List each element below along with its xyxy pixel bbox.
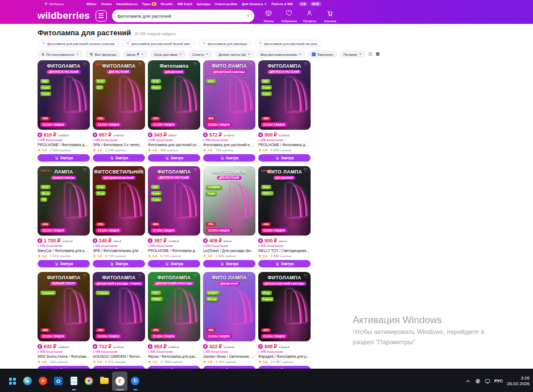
top-link[interactable]: Отели: [101, 2, 111, 6]
wallet-note: с WB Кошельком: [258, 350, 311, 353]
filter-chip[interactable]: Цена, ₽▼: [123, 50, 148, 58]
top-link[interactable]: Ресейл: [161, 2, 173, 6]
taskbar-app-yandex-browser[interactable]: Y: [112, 372, 127, 391]
suggestion-chip[interactable]: фитолампа для растений белый свет: [122, 40, 195, 47]
wildberries-logo[interactable]: wildberries: [38, 10, 90, 22]
product-card[interactable]: ФИТОЛАМПАполного спектра30 Вт90 смУФ♡-64…: [38, 166, 90, 267]
product-card[interactable]: ФИТОЛАМПАДЛЯ РОСТА РАСТЕНИЙ36Вт9 реж.3 р…: [258, 60, 311, 162]
favorite-icon[interactable]: ♡: [193, 168, 197, 173]
product-price: 240 ₽: [99, 238, 111, 244]
product-card[interactable]: ЭРАФИТОЛАМПАДЛЯ РАСТЕНИЙ30 ВтE27♡-56%СЕЗ…: [93, 60, 145, 162]
favorite-icon[interactable]: ♡: [138, 274, 142, 279]
buy-button[interactable]: Завтра: [203, 154, 255, 162]
taskbar-app-outlook[interactable]: O: [51, 372, 66, 391]
suggestion-chip[interactable]: фитолампа для растений на окно: [254, 40, 322, 47]
product-card[interactable]: ФИТОЛАМПАПОЛНЫЙ СПЕКТР3 режима♡-60%СЕЗОН…: [38, 272, 90, 373]
buy-button[interactable]: Завтра: [148, 154, 200, 162]
header-action-profile[interactable]: Профиль: [301, 9, 318, 23]
favorite-icon[interactable]: ♡: [249, 274, 253, 279]
wallet-balance-badge[interactable]: 0 ₽: [299, 2, 308, 6]
favorite-icon[interactable]: ♡: [193, 274, 197, 279]
top-link[interactable]: Работа в WB: [271, 2, 293, 6]
top-link[interactable]: Новостройки: [215, 2, 237, 6]
buy-button[interactable]: Завтра: [203, 260, 255, 267]
network-offline-icon[interactable]: [475, 378, 481, 384]
product-card[interactable]: ФИТОЛАМПАдля растений и рассады · 4 ламп…: [93, 272, 145, 373]
buy-button[interactable]: Завтра: [93, 260, 145, 267]
currency-selector[interactable]: RUB: [310, 2, 321, 6]
product-card[interactable]: ФИТОЛАМПАдля роста растений и рассады10 …: [258, 272, 311, 373]
taskbar-app-edge[interactable]: e: [20, 372, 35, 391]
buy-button[interactable]: Завтра: [38, 260, 90, 267]
product-card[interactable]: ФИТО ЛАМПАдля растений и рассады48 Вт♡-6…: [203, 60, 255, 162]
search-box: ✕: [112, 10, 254, 22]
filter-chip[interactable]: Вид фитосветильника▼: [257, 50, 305, 58]
catalog-menu-button[interactable]: [96, 10, 107, 22]
favorite-icon[interactable]: ♡: [249, 168, 253, 173]
top-link[interactable]: Для бизнеса▼: [242, 2, 267, 6]
favorite-icon[interactable]: ♡: [304, 274, 308, 279]
suggestion-chip[interactable]: фитолампа для растений полного спектра: [38, 40, 119, 47]
taskbar-app-app[interactable]: ↻: [127, 372, 143, 391]
product-card[interactable]: Фитолампадля растений40 ВтПульт♡-21%СЕЗО…: [148, 60, 200, 162]
taskbar-app-yandex[interactable]: Я: [35, 372, 51, 391]
top-link[interactable]: Wibes: [86, 2, 97, 6]
filter-chip[interactable]: ✓Оригинал: [308, 50, 337, 58]
taskbar-app-start[interactable]: [5, 372, 20, 391]
favorite-icon[interactable]: ♡: [138, 63, 142, 67]
filter-chip-label: Срок доставки: [154, 52, 178, 56]
favorite-icon[interactable]: ♡: [83, 63, 87, 67]
taskbar-app-notepad[interactable]: [66, 372, 81, 391]
favorite-icon[interactable]: ♡: [304, 168, 308, 173]
favorite-icon[interactable]: ♡: [83, 274, 87, 279]
price-row: ₽409 ₽900 ₽: [203, 238, 255, 244]
product-card[interactable]: ФИТОЛАМПАДЛЯ РОСТА РАСТЕНИЙ24Вт9 реж.3 р…: [148, 166, 200, 267]
buy-button[interactable]: Завтра: [258, 154, 311, 162]
suggestion-chip[interactable]: фитолампа для рассады: [198, 40, 251, 47]
discount-badge: -56%: [40, 117, 50, 121]
favorite-icon[interactable]: ♡: [249, 63, 253, 67]
keyboard-language[interactable]: РУС: [494, 378, 503, 383]
buy-button[interactable]: Завтра: [148, 260, 200, 267]
all-filters-button[interactable]: Все фильтры: [85, 50, 121, 58]
taskbar-app-chrome[interactable]: [81, 372, 97, 391]
product-card[interactable]: ФИТОСВЕТИЛЬНИКдля развития растений10 Вт…: [93, 166, 145, 267]
list-view-icon[interactable]: [375, 52, 380, 56]
sort-button[interactable]: ⇅ По популярности ▼: [38, 50, 83, 58]
buy-button[interactable]: Завтра: [93, 154, 145, 162]
header-action-orders[interactable]: Заказы: [261, 9, 277, 23]
rating-star-icon: ★: [203, 360, 206, 364]
top-link[interactable]: WB Клуб: [177, 2, 192, 6]
taskbar-app-explorer[interactable]: [97, 372, 112, 391]
search-input[interactable]: [112, 10, 254, 22]
filter-chip[interactable]: Длина ленты (м)▼: [215, 50, 255, 58]
favorite-icon[interactable]: ♡: [304, 63, 308, 67]
header-action-heart[interactable]: Избранное: [281, 9, 298, 23]
tray-chevron-icon[interactable]: [465, 378, 471, 384]
top-link[interactable]: Туры%: [142, 2, 156, 6]
location-selector[interactable]: Люберцы: [44, 2, 64, 6]
promo-badge: СЕЗОН СКИДОК: [40, 228, 67, 233]
product-card[interactable]: ФИТОЛАМПАДЛЯ РОСТА РАСТЕНИЙ48Вт9 реж.3 р…: [38, 60, 90, 162]
cast-icon[interactable]: [485, 378, 490, 384]
favorite-icon[interactable]: ♡: [193, 63, 197, 67]
top-link[interactable]: Бренды: [197, 2, 210, 6]
promo-badge: СЕЗОН СКИДОК: [96, 334, 122, 339]
filter-chip[interactable]: Спектр▼: [188, 50, 212, 58]
thumb-badges: 30 Вт90 смУФ: [40, 185, 51, 202]
grid-view-icon[interactable]: [368, 52, 373, 56]
product-card[interactable]: ФИТОЛАМПАДЛЯ РАСТЕНИЙ2 ЛАМПЫ3 реж.♡-55%С…: [203, 166, 255, 267]
product-card[interactable]: ФИТО ЛАМПАдля растений14 ВАТТ872 мм♡-58%…: [203, 272, 255, 373]
top-link[interactable]: Авиабилеты: [116, 2, 138, 6]
favorite-icon[interactable]: ♡: [83, 168, 87, 173]
buy-button[interactable]: Завтра: [38, 154, 90, 162]
taskbar-clock[interactable]: 3:26 26.02.2026: [507, 376, 530, 387]
filter-chip[interactable]: Срок доставки▼: [150, 50, 187, 58]
favorite-icon[interactable]: ♡: [138, 168, 142, 173]
filter-chip[interactable]: Питание▼: [340, 50, 366, 58]
header-action-cart[interactable]: Корзина: [322, 9, 338, 23]
clear-search-icon[interactable]: ✕: [246, 13, 250, 18]
product-card[interactable]: HALIDФИТО ЛАМПАдля растений48 Вт3/9/12 ч…: [258, 166, 311, 267]
buy-button[interactable]: Завтра: [258, 260, 311, 267]
product-card[interactable]: ФИТОЛАМПАДЛЯ РАСТЕНИЙ И РАССАДЫГОСТПУЛЬТ…: [148, 272, 200, 373]
